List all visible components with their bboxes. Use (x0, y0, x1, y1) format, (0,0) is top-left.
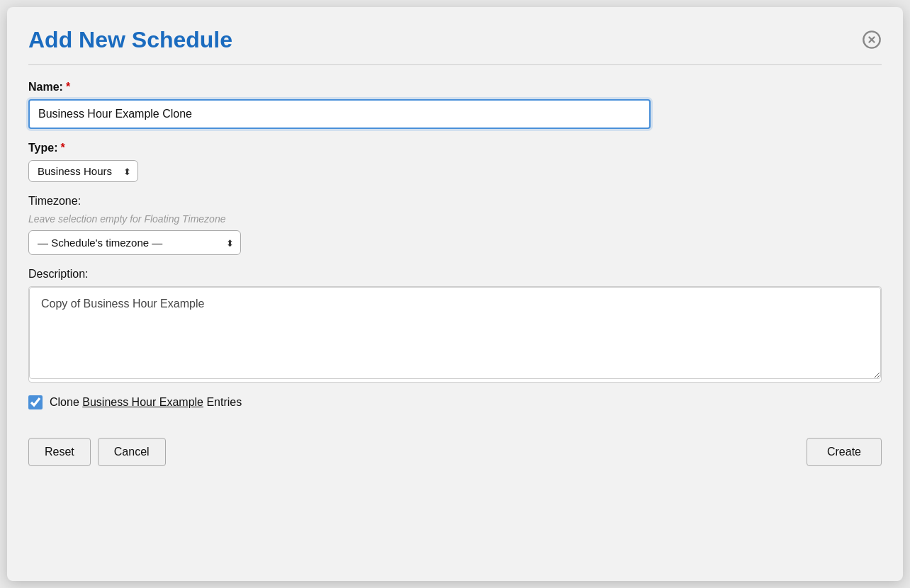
clone-checkbox[interactable] (28, 395, 43, 409)
description-label: Description: (28, 268, 882, 281)
description-box: Copy of Business Hour Example (28, 286, 882, 383)
create-button[interactable]: Create (807, 438, 882, 466)
description-textarea[interactable]: Copy of Business Hour Example (29, 287, 881, 379)
name-field-group: Name: * (28, 81, 882, 129)
clone-label: Clone Business Hour Example Entries (50, 396, 242, 409)
timezone-label: Timezone: (28, 195, 882, 208)
timezone-select[interactable]: — Schedule's timezone — UTC US/Eastern U… (28, 230, 241, 255)
clone-link[interactable]: Business Hour Example (82, 396, 203, 408)
close-icon[interactable] (862, 30, 882, 50)
clone-row: Clone Business Hour Example Entries (28, 395, 882, 409)
dialog-title: Add New Schedule (28, 27, 232, 53)
header-divider (28, 64, 882, 65)
name-input[interactable] (28, 99, 651, 129)
type-required-star: * (60, 142, 64, 154)
timezone-field-group: Timezone: Leave selection empty for Floa… (28, 195, 882, 255)
type-label: Type: * (28, 142, 882, 154)
footer-left-buttons: Reset Cancel (28, 438, 166, 466)
type-field-group: Type: * Business Hours Open 24/7 Custom (28, 142, 882, 182)
name-required-star: * (66, 81, 70, 94)
type-select-wrapper: Business Hours Open 24/7 Custom (28, 160, 138, 182)
timezone-select-wrapper: — Schedule's timezone — UTC US/Eastern U… (28, 230, 241, 255)
description-field-group: Description: Copy of Business Hour Examp… (28, 268, 882, 383)
reset-button[interactable]: Reset (28, 438, 91, 466)
dialog-header: Add New Schedule (28, 27, 882, 53)
cancel-button[interactable]: Cancel (98, 438, 166, 466)
name-label: Name: * (28, 81, 882, 94)
add-new-schedule-dialog: Add New Schedule Name: * Type: * Busines… (7, 7, 903, 581)
type-select[interactable]: Business Hours Open 24/7 Custom (28, 160, 138, 182)
timezone-hint: Leave selection empty for Floating Timez… (28, 213, 882, 225)
footer-buttons: Reset Cancel Create (28, 431, 882, 466)
